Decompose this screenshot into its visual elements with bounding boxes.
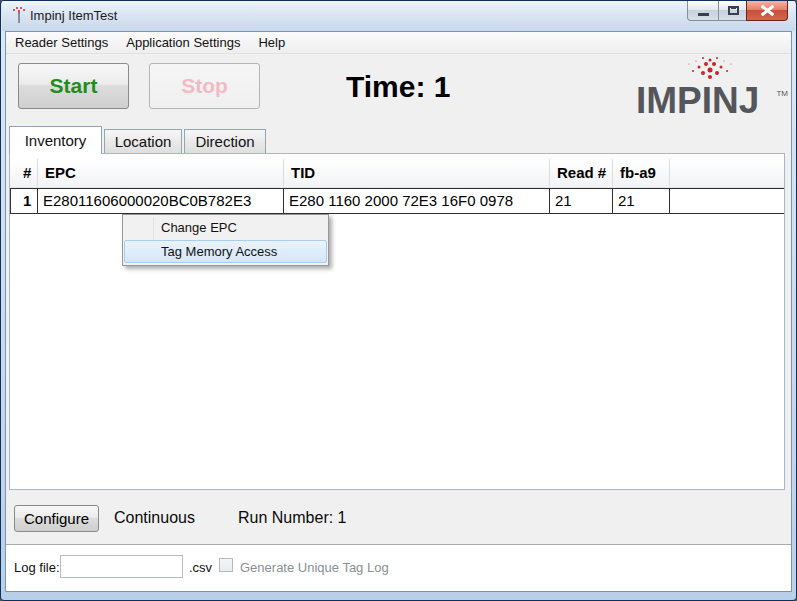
column-header-fba9[interactable]: fb-a9 xyxy=(613,159,670,187)
log-file-input[interactable] xyxy=(60,555,183,578)
menu-application-settings[interactable]: Application Settings xyxy=(117,32,249,54)
trademark-symbol: TM xyxy=(776,89,788,98)
close-icon xyxy=(761,5,774,16)
log-panel: Log file: .csv Generate Unique Tag Log xyxy=(6,544,791,591)
context-menu-item-change-epc[interactable]: Change EPC xyxy=(124,217,327,240)
mode-label: Continuous xyxy=(114,509,195,527)
column-header-read[interactable]: Read # xyxy=(550,159,613,187)
context-menu-item-tag-memory-access[interactable]: Tag Memory Access xyxy=(124,240,327,263)
menu-reader-settings[interactable]: Reader Settings xyxy=(6,32,117,54)
maximize-button[interactable] xyxy=(718,1,747,21)
impinj-logo: IMPINJ TM xyxy=(636,57,786,122)
impinj-dots-icon xyxy=(708,75,712,79)
tab-direction[interactable]: Direction xyxy=(184,129,266,153)
tab-inventory[interactable]: Inventory xyxy=(9,126,102,154)
generate-unique-tag-log-checkbox[interactable] xyxy=(219,558,233,572)
app-window: Impinj ItemTest Reader Settings Applicat… xyxy=(0,0,797,601)
tag-table: # EPC TID Read # fb-a9 1 E28011606000020… xyxy=(10,159,784,214)
title-bar[interactable]: Impinj ItemTest xyxy=(2,1,795,31)
csv-extension-label: .csv xyxy=(189,560,212,575)
configure-button[interactable]: Configure xyxy=(14,505,99,532)
table-row[interactable]: 1 E28011606000020BC0B782E3 E280 1160 200… xyxy=(10,188,784,214)
window-content: Reader Settings Application Settings Hel… xyxy=(5,31,792,592)
tab-location[interactable]: Location xyxy=(104,129,182,153)
window-title: Impinj ItemTest xyxy=(30,1,117,30)
log-file-label: Log file: xyxy=(14,560,60,575)
column-header-tid[interactable]: TID xyxy=(284,159,550,187)
column-header-filler xyxy=(670,159,784,187)
menu-help[interactable]: Help xyxy=(249,32,294,54)
run-number-label: Run Number: 1 xyxy=(238,509,347,527)
window-controls xyxy=(687,1,788,21)
table-header-row: # EPC TID Read # fb-a9 xyxy=(10,159,784,188)
cell-epc[interactable]: E28011606000020BC0B782E3 xyxy=(38,189,284,213)
column-header-epc[interactable]: EPC xyxy=(38,159,284,187)
close-button[interactable] xyxy=(746,1,788,21)
cell-read-count[interactable]: 21 xyxy=(550,189,613,213)
cell-filler xyxy=(670,189,784,213)
generate-unique-tag-log-label: Generate Unique Tag Log xyxy=(240,560,389,575)
time-display: Time: 1 xyxy=(346,70,451,104)
minimize-icon xyxy=(698,13,709,16)
context-menu: Change EPC Tag Memory Access xyxy=(122,214,329,266)
inventory-panel: # EPC TID Read # fb-a9 1 E28011606000020… xyxy=(9,153,785,490)
start-button[interactable]: Start xyxy=(18,63,129,109)
cell-tid[interactable]: E280 1160 2000 72E3 16F0 0978 xyxy=(284,189,550,213)
impinj-app-icon xyxy=(12,7,26,24)
minimize-button[interactable] xyxy=(687,1,719,21)
menu-bar: Reader Settings Application Settings Hel… xyxy=(6,32,791,54)
stop-button[interactable]: Stop xyxy=(149,63,260,109)
cell-fb-a9[interactable]: 21 xyxy=(613,189,670,213)
cell-row-number[interactable]: 1 xyxy=(10,189,38,213)
maximize-icon xyxy=(728,6,739,15)
column-header-num[interactable]: # xyxy=(10,159,38,187)
impinj-logo-text: IMPINJ xyxy=(636,80,759,122)
